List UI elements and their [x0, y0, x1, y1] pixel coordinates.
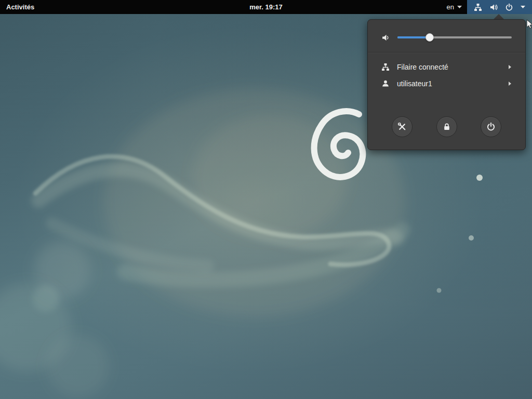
- submenu-arrow-icon: [508, 64, 512, 70]
- user-item-label: utilisateur1: [397, 79, 432, 88]
- volume-slider[interactable]: [397, 33, 512, 42]
- volume-icon: [489, 3, 498, 11]
- chevron-down-icon: [521, 6, 525, 8]
- menu-separator: [368, 52, 525, 52]
- network-wired-icon: [381, 63, 390, 71]
- power-icon: [486, 122, 496, 131]
- volume-slider-handle[interactable]: [425, 33, 434, 42]
- settings-icon: [397, 122, 407, 132]
- user-icon: [381, 79, 390, 88]
- system-menu-actions: [368, 116, 525, 137]
- chevron-down-icon: [457, 6, 462, 8]
- lock-icon: [442, 122, 451, 131]
- clock[interactable]: mer. 19:17: [249, 0, 283, 14]
- mouse-cursor: [526, 19, 532, 30]
- system-status-area[interactable]: [467, 0, 532, 14]
- submenu-arrow-icon: [508, 81, 512, 86]
- network-item-label: Filaire connecté: [397, 63, 448, 71]
- lens-flares: [0, 242, 109, 397]
- activities-button[interactable]: Activités: [0, 0, 41, 14]
- keyboard-layout-label: en: [447, 3, 454, 11]
- network-wired-icon: [474, 3, 482, 11]
- speaker-icon: [381, 33, 390, 42]
- menu-pointer-arrow: [494, 14, 504, 19]
- settings-button[interactable]: [392, 116, 413, 137]
- lock-button[interactable]: [436, 116, 457, 137]
- system-menu: Filaire connecté utilisateur1: [367, 19, 526, 150]
- wallpaper-dots: [437, 175, 483, 293]
- power-icon: [505, 3, 513, 11]
- menu-item-network[interactable]: Filaire connecté: [368, 59, 525, 75]
- volume-row: [368, 27, 525, 48]
- top-bar-right: en: [442, 0, 532, 14]
- keyboard-layout-indicator[interactable]: en: [442, 0, 467, 14]
- top-bar: Activités mer. 19:17 en: [0, 0, 532, 14]
- power-button[interactable]: [481, 116, 501, 137]
- volume-slider-fill: [397, 36, 430, 38]
- menu-item-user[interactable]: utilisateur1: [368, 75, 525, 92]
